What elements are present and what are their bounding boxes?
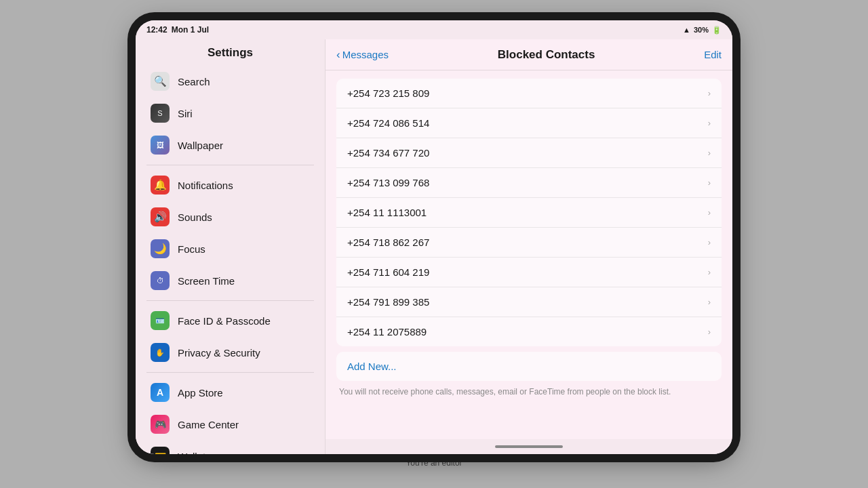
appstore-icon: A — [151, 383, 170, 402]
back-chevron-icon: ‹ — [336, 48, 340, 62]
contact-chevron-3: › — [708, 148, 711, 158]
contact-item-1[interactable]: +254 723 215 809 › — [336, 79, 722, 108]
sidebar-group-1: 🔍 Search S Siri 🖼 Wallpaper — [136, 66, 325, 161]
sidebar-group-2: 🔔 Notifications 🔊 Sounds 🌙 Focus ⏱ Scree… — [136, 169, 325, 296]
sidebar-label-privacy: Privacy & Security — [178, 347, 260, 359]
back-button[interactable]: ‹ Messages — [336, 48, 389, 62]
wifi-icon: ▲ — [683, 26, 690, 34]
focus-icon: 🌙 — [151, 239, 170, 258]
sidebar-group-4: A App Store 🎮 Game Center 💳 Wallet — [136, 377, 325, 454]
contact-item-5[interactable]: +254 11 1113001 › — [336, 198, 722, 228]
sidebar-item-focus[interactable]: 🌙 Focus — [140, 233, 321, 264]
detail-title: Blocked Contacts — [389, 48, 704, 62]
sidebar-label-appstore: App Store — [178, 387, 223, 399]
contact-chevron-4: › — [708, 178, 711, 188]
battery-level: 30% — [694, 26, 709, 34]
device-frame: 12:42 Mon 1 Jul ▲ 30% 🔋 Settings 🔍 Searc… — [136, 20, 732, 454]
contact-item-7[interactable]: +254 711 604 219 › — [336, 258, 722, 287]
contact-item-8[interactable]: +254 791 899 385 › — [336, 287, 722, 317]
wallpaper-icon: 🖼 — [151, 136, 170, 155]
sidebar-label-notifications: Notifications — [178, 180, 233, 191]
detail-header: ‹ Messages Blocked Contacts Edit — [326, 39, 732, 70]
contact-chevron-6: › — [708, 237, 711, 247]
sidebar-item-faceid[interactable]: 🪪 Face ID & Passcode — [140, 305, 321, 336]
contact-chevron-9: › — [708, 327, 711, 337]
back-label: Messages — [342, 49, 389, 60]
sidebar-label-search: Search — [178, 76, 210, 87]
contact-item-3[interactable]: +254 734 677 720 › — [336, 138, 722, 168]
contact-chevron-5: › — [708, 207, 711, 218]
sidebar-label-screentime: Screen Time — [178, 275, 235, 287]
privacy-icon: ✋ — [151, 343, 170, 362]
sidebar-item-wallet[interactable]: 💳 Wallet — [140, 441, 321, 454]
sidebar-label-wallpaper: Wallpaper — [178, 140, 223, 151]
main-area: Settings 🔍 Search S Siri 🖼 Wallpaper — [136, 39, 732, 454]
sidebar-label-focus: Focus — [178, 243, 205, 255]
contact-chevron-2: › — [708, 118, 711, 128]
contact-number-4: +254 713 099 768 — [347, 177, 429, 188]
wallet-icon: 💳 — [151, 447, 170, 454]
contact-item-4[interactable]: +254 713 099 768 › — [336, 168, 722, 198]
sidebar-item-search[interactable]: 🔍 Search — [140, 66, 321, 97]
bottom-note: You're an editor — [406, 458, 462, 468]
sidebar-label-gamecenter: Game Center — [178, 419, 239, 430]
sidebar-group-3: 🪪 Face ID & Passcode ✋ Privacy & Securit… — [136, 305, 325, 368]
contact-number-8: +254 791 899 385 — [347, 296, 429, 308]
sidebar-item-screentime[interactable]: ⏱ Screen Time — [140, 265, 321, 296]
battery-icon: 🔋 — [712, 26, 722, 35]
contact-number-5: +254 11 1113001 — [347, 207, 427, 218]
contact-number-2: +254 724 086 514 — [347, 117, 429, 129]
divider-1 — [146, 165, 314, 165]
notifications-icon: 🔔 — [151, 176, 170, 195]
detail-content: +254 723 215 809 › +254 724 086 514 › +2… — [326, 70, 732, 439]
home-indicator — [495, 445, 563, 448]
sounds-icon: 🔊 — [151, 207, 170, 226]
sidebar-label-wallet: Wallet — [178, 451, 205, 455]
divider-2 — [146, 300, 314, 301]
faceid-icon: 🪪 — [151, 311, 170, 330]
siri-icon: S — [151, 104, 170, 123]
sidebar: Settings 🔍 Search S Siri 🖼 Wallpaper — [136, 39, 326, 454]
gamecenter-icon: 🎮 — [151, 415, 170, 434]
sidebar-label-faceid: Face ID & Passcode — [178, 315, 271, 327]
footer-note: You will not receive phone calls, messag… — [336, 381, 722, 403]
contact-number-3: +254 734 677 720 — [347, 147, 429, 159]
status-date: Mon 1 Jul — [172, 25, 209, 35]
sidebar-title: Settings — [136, 39, 325, 65]
divider-3 — [146, 372, 314, 373]
sidebar-label-siri: Siri — [178, 108, 193, 119]
contact-chevron-8: › — [708, 297, 711, 307]
sidebar-item-privacy[interactable]: ✋ Privacy & Security — [140, 337, 321, 368]
bottom-bar — [326, 439, 732, 454]
contact-chevron-1: › — [708, 88, 711, 98]
contact-number-7: +254 711 604 219 — [347, 266, 429, 278]
sidebar-item-siri[interactable]: S Siri — [140, 98, 321, 129]
contact-number-9: +254 11 2075889 — [347, 326, 427, 338]
sidebar-item-wallpaper[interactable]: 🖼 Wallpaper — [140, 129, 321, 161]
status-bar: 12:42 Mon 1 Jul ▲ 30% 🔋 — [136, 20, 732, 39]
sidebar-label-sounds: Sounds — [178, 211, 212, 223]
sidebar-item-gamecenter[interactable]: 🎮 Game Center — [140, 409, 321, 440]
sidebar-item-sounds[interactable]: 🔊 Sounds — [140, 201, 321, 232]
add-new-button[interactable]: Add New... — [336, 352, 722, 381]
detail-panel: ‹ Messages Blocked Contacts Edit +254 72… — [326, 39, 732, 454]
contact-item-6[interactable]: +254 718 862 267 › — [336, 228, 722, 258]
add-new-label: Add New... — [347, 361, 397, 372]
contact-chevron-7: › — [708, 267, 711, 277]
contact-item-2[interactable]: +254 724 086 514 › — [336, 108, 722, 138]
sidebar-item-appstore[interactable]: A App Store — [140, 377, 321, 408]
contact-number-6: +254 718 862 267 — [347, 237, 429, 248]
status-time: 12:42 — [146, 25, 167, 35]
search-icon: 🔍 — [151, 72, 170, 91]
edit-button[interactable]: Edit — [704, 49, 722, 60]
screentime-icon: ⏱ — [151, 271, 170, 290]
contact-item-9[interactable]: +254 11 2075889 › — [336, 317, 722, 346]
contacts-list: +254 723 215 809 › +254 724 086 514 › +2… — [336, 79, 722, 346]
contact-number-1: +254 723 215 809 — [347, 87, 429, 99]
sidebar-item-notifications[interactable]: 🔔 Notifications — [140, 169, 321, 201]
